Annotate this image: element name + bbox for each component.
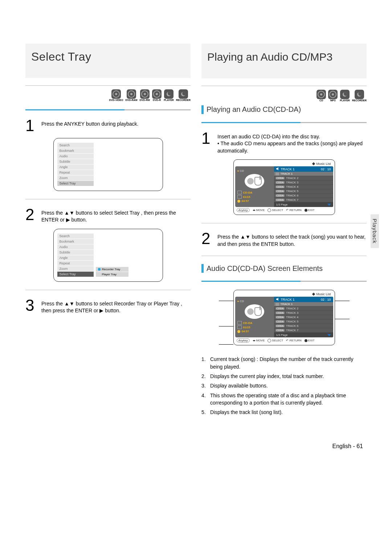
diamond-icon xyxy=(312,162,315,165)
menu-item: Search xyxy=(57,143,94,148)
side-tab-playback: Playback xyxy=(371,214,379,248)
step-number-2: 2 xyxy=(25,207,37,224)
music-list-panel: Music List ● CD CD-DA 01/15 04:57 TRACK … xyxy=(233,159,335,215)
accent-divider xyxy=(201,122,367,123)
menu-item: Zoom xyxy=(57,175,94,180)
menu-item: Audio xyxy=(57,154,94,159)
player-icon xyxy=(340,90,350,99)
folder-icon xyxy=(237,191,242,194)
track-row: CDDATRACK 2 xyxy=(274,176,333,180)
callout-line xyxy=(219,326,233,326)
section-screen-elements: Audio CD(CD-DA) Screen Elements xyxy=(201,264,367,273)
menu-item: Subtitle xyxy=(57,159,94,164)
player-icon xyxy=(164,89,173,99)
right-compat-icons: CD MP3 PLAYER RECORDER xyxy=(201,86,367,102)
clock-icon xyxy=(237,200,240,203)
menu-item: Repeat xyxy=(57,170,94,175)
disc-icon xyxy=(152,89,162,99)
anykey-menu-screenshot: Search Bookmark Audio Subtitle Angle Rep… xyxy=(53,138,163,191)
track-row: CDDATRACK 4 xyxy=(274,185,333,189)
left-title: Select Tray xyxy=(25,44,191,78)
anykey-button: Anykey xyxy=(237,208,250,212)
menu-item: Bookmark xyxy=(57,148,94,153)
divider xyxy=(201,223,367,223)
callout-line xyxy=(335,301,350,301)
right-title: Playing an Audio CD/MP3 xyxy=(201,44,367,78)
track-row: CDDATRACK 3 xyxy=(274,180,333,185)
track-row: TRACK 1 xyxy=(274,172,333,176)
track-row: CDDATRACK 6 xyxy=(274,194,333,198)
menu-item: Angle xyxy=(57,165,94,170)
recorder-icon xyxy=(355,90,364,99)
play-icon xyxy=(275,172,279,175)
divider xyxy=(25,290,191,290)
accent-divider xyxy=(201,281,367,282)
page-down-icon xyxy=(327,204,331,206)
step1-text: Press the ANYKEY button during playback. xyxy=(41,118,138,133)
disc-icon xyxy=(111,89,121,99)
right-step2-text: Press the ▲▼ buttons to select the track… xyxy=(217,231,367,248)
accent-divider xyxy=(25,109,191,110)
callout-line xyxy=(335,319,350,319)
submenu-item: Recorder Tray xyxy=(96,267,128,272)
step2-text: Press the ▲▼ buttons to select Select Tr… xyxy=(41,207,191,224)
track-row: CDDATRACK 7 xyxy=(274,198,333,202)
submenu-item: Player Tray xyxy=(96,272,128,277)
step3-text: Press the ▲▼ buttons to select Recorder … xyxy=(41,298,191,314)
menu-item-selected: Select Tray xyxy=(57,181,94,186)
step-number-1: 1 xyxy=(25,118,37,133)
step-number-1: 1 xyxy=(201,131,213,155)
right-step1-text: Insert an audio CD (CD-DA) into the disc… xyxy=(217,131,367,155)
step-number-2: 2 xyxy=(201,231,213,248)
disc-icon xyxy=(317,90,326,99)
disc-icon xyxy=(127,89,136,99)
music-list-panel-annotated: Music List ● CD CD-DA 01/15 04:57 TRACK … xyxy=(233,290,335,345)
left-compat-icons: DVD-VIDEO DVD-RAM DVD-RW DVD-R PLAYER RE… xyxy=(25,85,191,101)
page-footer: English - 61 xyxy=(0,440,392,464)
anykey-menu-submenu-screenshot: Search Bookmark Audio Subtitle Angle Rep… xyxy=(53,229,163,282)
callout-line xyxy=(219,301,233,301)
index-icon xyxy=(237,195,242,199)
divider xyxy=(25,199,191,199)
disc-icon xyxy=(328,90,338,99)
recorder-icon xyxy=(179,89,188,99)
step-number-3: 3 xyxy=(25,298,37,314)
disc-icon xyxy=(140,89,150,99)
speaker-icon xyxy=(276,167,279,170)
section-playing-audio-cd: Playing an Audio CD(CD-DA) xyxy=(201,105,367,114)
divider xyxy=(201,256,367,256)
track-row: CDDATRACK 5 xyxy=(274,189,333,194)
callout-line xyxy=(219,344,233,345)
screen-elements-list: 1.Current track (song) : Displays the nu… xyxy=(201,356,367,416)
